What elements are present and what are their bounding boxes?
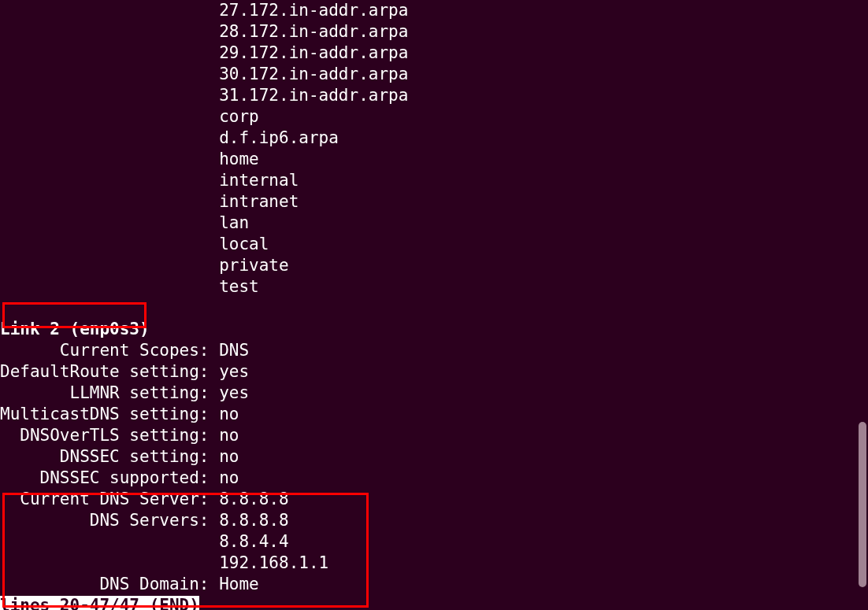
domain-line: intranet: [0, 192, 299, 211]
pager-status: lines 20-47/47 (END): [0, 596, 199, 610]
domain-line: home: [0, 150, 259, 168]
field-dns-over-tls: DNSOverTLS setting: no: [0, 426, 239, 445]
field-current-scopes: Current Scopes: DNS: [0, 341, 249, 360]
domain-line: corp: [0, 107, 259, 126]
terminal-output[interactable]: 27.172.in-addr.arpa 28.172.in-addr.arpa …: [0, 0, 868, 610]
field-default-route: DefaultRoute setting: yes: [0, 362, 249, 381]
field-dns-servers-cont: 8.8.4.4: [0, 532, 289, 551]
domain-line: 31.172.in-addr.arpa: [0, 86, 408, 105]
field-llmnr: LLMNR setting: yes: [0, 383, 249, 402]
field-multicast-dns: MulticastDNS setting: no: [0, 405, 239, 423]
domain-line: local: [0, 235, 269, 253]
link-header: Link 2 (enp0s3): [0, 320, 150, 338]
field-dns-servers: DNS Servers: 8.8.8.8: [0, 511, 289, 530]
domain-line: test: [0, 277, 259, 296]
field-current-dns-server: Current DNS Server: 8.8.8.8: [0, 490, 289, 508]
domain-line: 30.172.in-addr.arpa: [0, 65, 408, 83]
domain-line: private: [0, 256, 289, 275]
field-dnssec-supported: DNSSEC supported: no: [0, 468, 239, 487]
field-dnssec: DNSSEC setting: no: [0, 447, 239, 466]
domain-line: d.f.ip6.arpa: [0, 128, 339, 147]
domain-line: internal: [0, 171, 299, 190]
domain-line: 29.172.in-addr.arpa: [0, 43, 408, 62]
field-dns-servers-cont: 192.168.1.1: [0, 553, 328, 572]
domain-line: 28.172.in-addr.arpa: [0, 22, 408, 41]
field-dns-domain: DNS Domain: Home: [0, 575, 259, 593]
blank-line: [0, 298, 10, 317]
domain-line: lan: [0, 213, 249, 232]
domain-line-cutoff: 27.172.in-addr.arpa: [0, 1, 408, 20]
scrollbar-thumb[interactable]: [859, 422, 866, 587]
